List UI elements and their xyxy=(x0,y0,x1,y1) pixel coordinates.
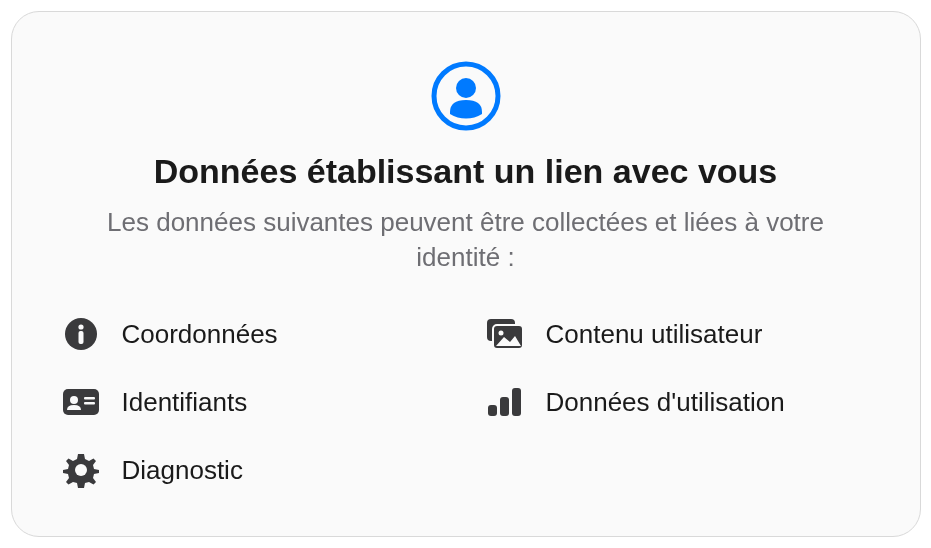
svg-point-7 xyxy=(498,331,503,336)
data-item-usage-data: Données d'utilisation xyxy=(486,383,870,421)
data-item-label: Coordonnées xyxy=(122,319,278,350)
svg-rect-12 xyxy=(488,405,497,416)
svg-rect-10 xyxy=(84,397,95,400)
data-item-user-content: Contenu utilisateur xyxy=(486,315,870,353)
data-item-contact-info: Coordonnées xyxy=(62,315,446,353)
card-title: Données établissant un lien avec vous xyxy=(154,152,778,191)
id-card-icon xyxy=(62,383,100,421)
bars-icon xyxy=(486,383,524,421)
gear-icon xyxy=(62,451,100,489)
svg-point-1 xyxy=(456,78,476,98)
svg-point-3 xyxy=(78,325,83,330)
privacy-data-card: Données établissant un lien avec vous Le… xyxy=(11,11,921,537)
svg-rect-11 xyxy=(84,402,95,405)
person-circle-icon xyxy=(430,60,502,132)
svg-point-15 xyxy=(75,464,87,476)
photos-icon xyxy=(486,315,524,353)
data-item-diagnostics: Diagnostic xyxy=(62,451,446,489)
data-item-label: Données d'utilisation xyxy=(546,387,785,418)
svg-rect-4 xyxy=(78,331,83,344)
svg-rect-14 xyxy=(512,388,521,416)
svg-point-9 xyxy=(70,396,78,404)
data-item-identifiers: Identifiants xyxy=(62,383,446,421)
data-types-grid: Coordonnées Contenu utilisateur xyxy=(52,315,880,489)
data-item-label: Diagnostic xyxy=(122,455,243,486)
card-subtitle: Les données suivantes peuvent être colle… xyxy=(66,205,866,275)
svg-rect-13 xyxy=(500,397,509,416)
info-icon xyxy=(62,315,100,353)
data-item-label: Identifiants xyxy=(122,387,248,418)
data-item-label: Contenu utilisateur xyxy=(546,319,763,350)
